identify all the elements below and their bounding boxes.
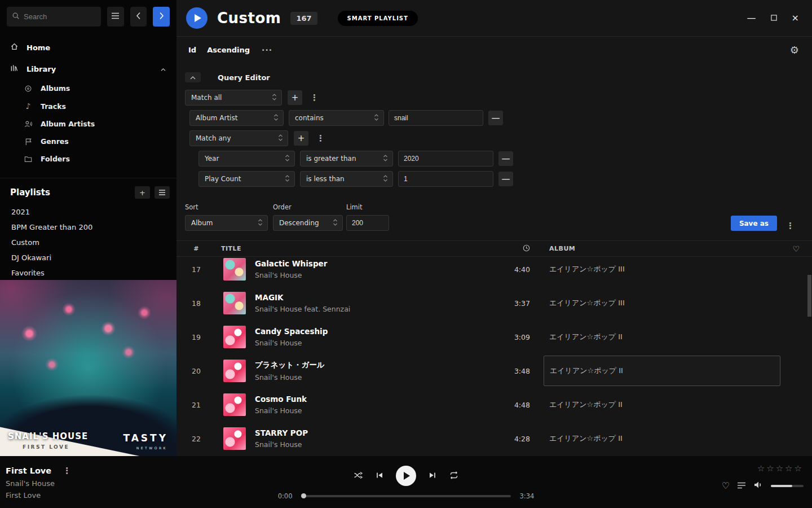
repeat-button[interactable] <box>449 471 459 481</box>
rule-value-input[interactable] <box>389 110 483 126</box>
maximize-icon <box>771 14 777 23</box>
seek-handle[interactable] <box>301 493 306 498</box>
sidebar-item-albums[interactable]: Albums <box>0 80 176 97</box>
sidebar-item-genres[interactable]: Genres <box>0 133 176 150</box>
order-label: Order <box>273 203 343 211</box>
search-box[interactable] <box>7 7 101 27</box>
sidebar-item-folders[interactable]: Folders <box>0 150 176 168</box>
table-row[interactable]: 21 Cosmo FunkSnail's House 4:48 エイリアン☆ポッ… <box>176 388 812 422</box>
sidebar-item-library[interactable]: Library <box>0 58 176 80</box>
playlist-item-dj-okawari[interactable]: DJ Okawari <box>7 250 170 265</box>
rating-stars[interactable]: ☆☆☆☆☆ <box>757 463 804 474</box>
settings-button[interactable]: ⚙ <box>790 44 799 56</box>
album-art-title: FIRST LOVE <box>23 444 69 450</box>
sort-select[interactable]: Album <box>185 215 268 231</box>
play-playlist-button[interactable] <box>186 7 208 29</box>
rule-value-input[interactable] <box>398 151 493 167</box>
remove-rule-button[interactable]: — <box>498 172 513 186</box>
column-header-album[interactable]: ALBUM <box>544 245 780 252</box>
playlist-item-2021[interactable]: 2021 <box>7 204 170 220</box>
rule-operator-select[interactable]: is greater than <box>300 151 393 167</box>
volume-slider[interactable] <box>771 485 804 487</box>
remove-rule-button[interactable]: — <box>498 151 513 166</box>
close-button[interactable]: × <box>792 14 799 23</box>
minimize-button[interactable]: — <box>747 14 756 23</box>
album-art-artist: SNAIL'S HOUSE <box>8 431 88 441</box>
rule-operator-select[interactable]: is less than <box>300 171 393 187</box>
rule-group-menu-button[interactable]: ⋮ <box>308 93 321 103</box>
match-type-select[interactable]: Match all <box>185 90 282 106</box>
track-album-art <box>223 326 246 348</box>
volume-button[interactable] <box>753 480 764 491</box>
track-album-focused-cell[interactable]: エイリアン☆ポップ II <box>544 356 780 386</box>
table-row[interactable]: 19 Candy SpaceshipSnail's House 3:09 エイリ… <box>176 320 812 354</box>
track-title: Candy Spaceship <box>255 327 328 336</box>
maximize-button[interactable] <box>771 14 777 23</box>
rule-field-select[interactable]: Album Artist <box>189 110 284 126</box>
limit-input[interactable] <box>346 215 389 231</box>
query-rule-row: Album Artist contains — <box>189 110 812 126</box>
artist-icon <box>24 120 33 128</box>
seek-bar[interactable] <box>302 495 511 497</box>
star-icon: ☆ <box>757 463 766 474</box>
track-album: エイリアン☆ポップ III <box>544 298 780 308</box>
sidebar-item-tracks[interactable]: ♪ Tracks <box>0 97 176 115</box>
save-menu-button[interactable]: ⋮ <box>784 221 797 231</box>
nav-back-button[interactable] <box>130 7 147 27</box>
column-header-title[interactable]: TITLE <box>216 245 503 252</box>
nav-forward-button[interactable] <box>153 7 170 27</box>
group-menu-button[interactable]: ⋮ <box>314 133 327 143</box>
now-playing-album-art[interactable]: SNAIL'S HOUSE FIRST LOVE TASTY NETWORK <box>0 280 176 456</box>
save-as-button[interactable]: Save as <box>731 216 777 231</box>
play-icon <box>404 472 410 480</box>
more-options-button[interactable]: ··· <box>262 46 272 55</box>
sort-field-button[interactable]: Id <box>188 46 196 54</box>
kebab-icon: ⋮ <box>316 133 325 143</box>
track-album-art <box>223 360 246 382</box>
queue-button[interactable] <box>737 480 746 491</box>
add-group-rule-button[interactable]: + <box>294 131 308 146</box>
playlist-item-favorites[interactable]: Favorites <box>7 265 170 281</box>
column-header-favorite[interactable]: ♡ <box>780 244 812 253</box>
play-pause-button[interactable] <box>396 466 416 486</box>
collapse-query-editor-button[interactable] <box>185 72 201 82</box>
rule-value-input[interactable] <box>398 171 493 187</box>
column-header-number[interactable]: # <box>176 245 216 252</box>
previous-track-button[interactable] <box>376 471 383 481</box>
rule-field-select[interactable]: Play Count <box>198 171 295 187</box>
add-playlist-button[interactable]: + <box>135 186 150 199</box>
table-row[interactable]: 17 Galactic WhisperSnail's House 4:40 エイ… <box>176 257 812 286</box>
sort-direction-button[interactable]: Ascending <box>207 46 250 54</box>
track-number: 22 <box>176 435 216 443</box>
order-select[interactable]: Descending <box>273 215 343 231</box>
search-input[interactable] <box>24 12 96 21</box>
menu-button[interactable] <box>107 7 124 27</box>
shuffle-button[interactable] <box>354 471 363 481</box>
collapse-chevron-icon[interactable] <box>160 65 166 73</box>
star-icon: ☆ <box>795 463 804 474</box>
sidebar-item-album-artists[interactable]: Album Artists <box>0 115 176 133</box>
previous-icon <box>376 471 383 481</box>
scrollbar-thumb[interactable] <box>807 275 811 317</box>
query-root-row: Match all + ⋮ <box>185 90 812 106</box>
next-track-button[interactable] <box>429 471 436 481</box>
rule-operator-select[interactable]: contains <box>289 110 384 126</box>
table-row[interactable]: 22 STARRY POPSnail's House 4:28 エイリアン☆ポッ… <box>176 422 812 455</box>
track-album: エイリアン☆ポップ II <box>544 400 780 410</box>
playlist-view-button[interactable] <box>155 186 170 199</box>
track-title: プラネット・ガール <box>255 360 325 370</box>
playlist-item-custom[interactable]: Custom <box>7 235 170 250</box>
column-header-duration[interactable] <box>503 244 530 253</box>
add-rule-button[interactable]: + <box>288 90 302 105</box>
table-row[interactable]: 20 プラネット・ガールSnail's House 3:48 エイリアン☆ポップ… <box>176 354 812 388</box>
sidebar-item-home[interactable]: Home <box>0 37 176 58</box>
sidebar: Home Library Albums ♪ Tracks Album Arti <box>0 0 176 456</box>
playlist-item-bpm[interactable]: BPM Greater than 200 <box>7 220 170 235</box>
rule-field-select[interactable]: Year <box>198 151 295 167</box>
table-row[interactable]: 18 MAGIKSnail's House feat. Sennzai 3:37… <box>176 286 812 320</box>
track-number: 18 <box>176 299 216 308</box>
group-match-type-select[interactable]: Match any <box>189 130 288 146</box>
table-body: 17 Galactic WhisperSnail's House 4:40 エイ… <box>176 257 812 455</box>
favorite-button[interactable]: ♡ <box>722 480 730 491</box>
remove-rule-button[interactable]: — <box>488 111 503 125</box>
